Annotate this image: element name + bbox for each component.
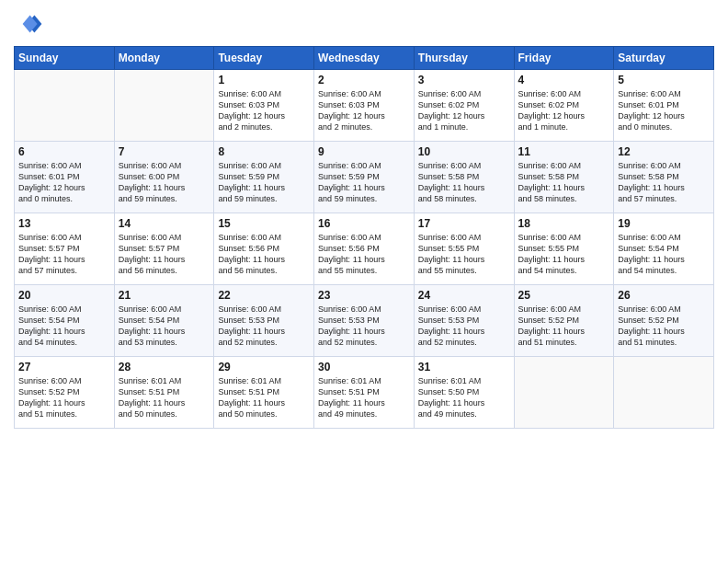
calendar-cell: 27Sunrise: 6:00 AM Sunset: 5:52 PM Dayli… [15, 357, 115, 429]
cell-info: Sunrise: 6:00 AM Sunset: 5:59 PM Dayligh… [218, 160, 310, 205]
header-cell-monday: Monday [114, 47, 214, 70]
day-number: 14 [119, 217, 210, 230]
cell-info: Sunrise: 6:00 AM Sunset: 5:52 PM Dayligh… [18, 375, 110, 420]
calendar-cell: 30Sunrise: 6:01 AM Sunset: 5:51 PM Dayli… [314, 357, 415, 429]
calendar-cell [614, 357, 714, 429]
calendar-cell: 1Sunrise: 6:00 AM Sunset: 6:03 PM Daylig… [214, 70, 314, 142]
week-row-2: 13Sunrise: 6:00 AM Sunset: 5:57 PM Dayli… [15, 213, 714, 285]
calendar-cell: 31Sunrise: 6:01 AM Sunset: 5:50 PM Dayli… [414, 357, 514, 429]
day-number: 7 [119, 145, 210, 158]
day-number: 31 [418, 361, 510, 373]
cell-info: Sunrise: 6:00 AM Sunset: 6:03 PM Dayligh… [218, 88, 310, 133]
cell-info: Sunrise: 6:00 AM Sunset: 5:52 PM Dayligh… [618, 304, 710, 349]
cell-info: Sunrise: 6:00 AM Sunset: 5:56 PM Dayligh… [318, 232, 410, 277]
cell-info: Sunrise: 6:00 AM Sunset: 5:58 PM Dayligh… [618, 160, 710, 205]
calendar-cell: 7Sunrise: 6:00 AM Sunset: 6:00 PM Daylig… [114, 142, 214, 213]
cell-info: Sunrise: 6:00 AM Sunset: 5:53 PM Dayligh… [418, 304, 510, 349]
header-cell-sunday: Sunday [15, 47, 115, 70]
day-number: 15 [218, 217, 310, 230]
cell-info: Sunrise: 6:00 AM Sunset: 6:03 PM Dayligh… [318, 88, 410, 133]
day-number: 8 [218, 145, 310, 158]
calendar-cell: 2Sunrise: 6:00 AM Sunset: 6:03 PM Daylig… [314, 70, 415, 142]
calendar-cell: 15Sunrise: 6:00 AM Sunset: 5:56 PM Dayli… [214, 213, 314, 285]
header-cell-saturday: Saturday [614, 47, 714, 70]
day-number: 24 [418, 289, 510, 302]
cell-info: Sunrise: 6:00 AM Sunset: 5:54 PM Dayligh… [119, 304, 210, 349]
cell-info: Sunrise: 6:00 AM Sunset: 5:54 PM Dayligh… [18, 304, 110, 349]
calendar-cell: 16Sunrise: 6:00 AM Sunset: 5:56 PM Dayli… [314, 213, 415, 285]
cell-info: Sunrise: 6:01 AM Sunset: 5:50 PM Dayligh… [418, 375, 510, 420]
calendar-cell: 21Sunrise: 6:00 AM Sunset: 5:54 PM Dayli… [114, 285, 214, 357]
calendar-cell: 5Sunrise: 6:00 AM Sunset: 6:01 PM Daylig… [614, 70, 714, 142]
day-number: 13 [18, 217, 110, 230]
day-number: 25 [518, 289, 610, 302]
cell-info: Sunrise: 6:01 AM Sunset: 5:51 PM Dayligh… [119, 375, 210, 420]
calendar-table: SundayMondayTuesdayWednesdayThursdayFrid… [14, 46, 714, 429]
day-number: 12 [618, 145, 710, 158]
header-cell-tuesday: Tuesday [214, 47, 314, 70]
day-number: 28 [119, 361, 210, 373]
cell-info: Sunrise: 6:00 AM Sunset: 5:57 PM Dayligh… [119, 232, 210, 277]
day-number: 20 [18, 289, 110, 302]
day-number: 4 [518, 74, 610, 86]
day-number: 18 [518, 217, 610, 230]
calendar-cell: 9Sunrise: 6:00 AM Sunset: 5:59 PM Daylig… [314, 142, 415, 213]
calendar-cell: 23Sunrise: 6:00 AM Sunset: 5:53 PM Dayli… [314, 285, 415, 357]
day-number: 2 [318, 74, 410, 86]
week-row-0: 1Sunrise: 6:00 AM Sunset: 6:03 PM Daylig… [15, 70, 714, 142]
day-number: 5 [618, 74, 710, 86]
calendar-cell: 24Sunrise: 6:00 AM Sunset: 5:53 PM Dayli… [414, 285, 514, 357]
calendar-cell: 20Sunrise: 6:00 AM Sunset: 5:54 PM Dayli… [15, 285, 115, 357]
cell-info: Sunrise: 6:00 AM Sunset: 6:02 PM Dayligh… [518, 88, 610, 133]
header [14, 9, 714, 39]
day-number: 10 [418, 145, 510, 158]
calendar-cell: 3Sunrise: 6:00 AM Sunset: 6:02 PM Daylig… [414, 70, 514, 142]
calendar-cell: 12Sunrise: 6:00 AM Sunset: 5:58 PM Dayli… [614, 142, 714, 213]
calendar-cell: 4Sunrise: 6:00 AM Sunset: 6:02 PM Daylig… [514, 70, 614, 142]
day-number: 9 [318, 145, 410, 158]
cell-info: Sunrise: 6:01 AM Sunset: 5:51 PM Dayligh… [218, 375, 310, 420]
calendar-cell: 8Sunrise: 6:00 AM Sunset: 5:59 PM Daylig… [214, 142, 314, 213]
cell-info: Sunrise: 6:00 AM Sunset: 6:02 PM Dayligh… [418, 88, 510, 133]
cell-info: Sunrise: 6:00 AM Sunset: 5:58 PM Dayligh… [418, 160, 510, 205]
day-number: 11 [518, 145, 610, 158]
day-number: 30 [318, 361, 410, 373]
calendar-cell [114, 70, 214, 142]
calendar-cell: 14Sunrise: 6:00 AM Sunset: 5:57 PM Dayli… [114, 213, 214, 285]
calendar-cell: 22Sunrise: 6:00 AM Sunset: 5:53 PM Dayli… [214, 285, 314, 357]
header-row: SundayMondayTuesdayWednesdayThursdayFrid… [15, 47, 714, 70]
cell-info: Sunrise: 6:00 AM Sunset: 6:01 PM Dayligh… [618, 88, 710, 133]
day-number: 3 [418, 74, 510, 86]
calendar-cell [514, 357, 614, 429]
cell-info: Sunrise: 6:00 AM Sunset: 6:01 PM Dayligh… [18, 160, 110, 205]
day-number: 21 [119, 289, 210, 302]
calendar-cell: 26Sunrise: 6:00 AM Sunset: 5:52 PM Dayli… [614, 285, 714, 357]
cell-info: Sunrise: 6:00 AM Sunset: 5:53 PM Dayligh… [318, 304, 410, 349]
day-number: 27 [18, 361, 110, 373]
cell-info: Sunrise: 6:00 AM Sunset: 5:53 PM Dayligh… [218, 304, 310, 349]
calendar-cell: 10Sunrise: 6:00 AM Sunset: 5:58 PM Dayli… [414, 142, 514, 213]
day-number: 16 [318, 217, 410, 230]
cell-info: Sunrise: 6:00 AM Sunset: 5:59 PM Dayligh… [318, 160, 410, 205]
day-number: 29 [218, 361, 310, 373]
cell-info: Sunrise: 6:00 AM Sunset: 5:55 PM Dayligh… [518, 232, 610, 277]
cell-info: Sunrise: 6:00 AM Sunset: 5:57 PM Dayligh… [18, 232, 110, 277]
cell-info: Sunrise: 6:00 AM Sunset: 5:54 PM Dayligh… [618, 232, 710, 277]
day-number: 19 [618, 217, 710, 230]
calendar-cell: 18Sunrise: 6:00 AM Sunset: 5:55 PM Dayli… [514, 213, 614, 285]
calendar-cell: 13Sunrise: 6:00 AM Sunset: 5:57 PM Dayli… [15, 213, 115, 285]
calendar-cell: 19Sunrise: 6:00 AM Sunset: 5:54 PM Dayli… [614, 213, 714, 285]
cell-info: Sunrise: 6:00 AM Sunset: 5:52 PM Dayligh… [518, 304, 610, 349]
day-number: 22 [218, 289, 310, 302]
header-cell-thursday: Thursday [414, 47, 514, 70]
calendar-cell: 25Sunrise: 6:00 AM Sunset: 5:52 PM Dayli… [514, 285, 614, 357]
cell-info: Sunrise: 6:00 AM Sunset: 6:00 PM Dayligh… [119, 160, 210, 205]
cell-info: Sunrise: 6:01 AM Sunset: 5:51 PM Dayligh… [318, 375, 410, 420]
calendar-cell: 29Sunrise: 6:01 AM Sunset: 5:51 PM Dayli… [214, 357, 314, 429]
week-row-3: 20Sunrise: 6:00 AM Sunset: 5:54 PM Dayli… [15, 285, 714, 357]
day-number: 26 [618, 289, 710, 302]
calendar-cell: 6Sunrise: 6:00 AM Sunset: 6:01 PM Daylig… [15, 142, 115, 213]
calendar-cell: 11Sunrise: 6:00 AM Sunset: 5:58 PM Dayli… [514, 142, 614, 213]
cell-info: Sunrise: 6:00 AM Sunset: 5:58 PM Dayligh… [518, 160, 610, 205]
calendar-cell: 17Sunrise: 6:00 AM Sunset: 5:55 PM Dayli… [414, 213, 514, 285]
